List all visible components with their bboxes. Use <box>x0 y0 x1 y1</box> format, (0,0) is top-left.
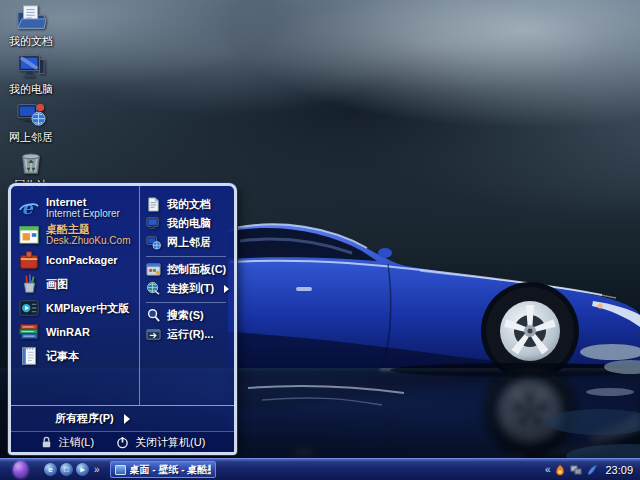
log-off-label: 注销(L) <box>59 435 94 450</box>
desktop-icon-label: 我的文档 <box>9 35 53 48</box>
menu-item-connect-to[interactable]: 连接到(T) <box>144 279 232 298</box>
start-menu-columns: e Internet Internet Explorer <box>11 186 234 405</box>
menu-item-subtitle: Internet Explorer <box>46 208 120 219</box>
menu-item-label: 控制面板(C) <box>167 262 226 277</box>
iconpackager-icon <box>18 249 40 271</box>
menu-item-title: Internet <box>46 197 120 208</box>
submenu-arrow-icon <box>224 285 229 293</box>
control-panel-icon <box>146 262 161 277</box>
all-programs-arrow-icon <box>124 414 130 424</box>
desktop-icon-network-places[interactable]: 网上邻居 <box>2 99 60 144</box>
start-button[interactable] <box>13 461 28 478</box>
window-icon <box>115 465 126 475</box>
kmplayer-icon <box>18 297 40 319</box>
network-tray-icon[interactable] <box>570 464 582 476</box>
menu-item-subtitle: Desk.ZhuoKu.Com <box>46 235 130 246</box>
menu-item-title: KMPlayer中文版 <box>46 301 129 316</box>
menu-separator <box>146 302 226 303</box>
power-icon <box>116 436 129 449</box>
taskbar: e □ ▸ » 桌面 - 壁纸 - 桌酷壁... « 23:09 <box>0 458 640 480</box>
run-icon <box>146 327 161 342</box>
notepad-icon <box>18 345 40 367</box>
zhuoku-theme-icon <box>18 224 40 246</box>
menu-item-my-documents[interactable]: 我的文档 <box>144 195 232 214</box>
media-player-icon[interactable]: ▸ <box>76 463 89 476</box>
my-documents-icon <box>16 3 46 33</box>
flame-tray-icon[interactable] <box>554 464 566 476</box>
menu-item-zhuoku-theme[interactable]: 桌酷主题 Desk.ZhuoKu.Com <box>17 221 136 248</box>
menu-item-notepad[interactable]: 记事本 <box>17 344 136 368</box>
shut-down-button[interactable]: 关闭计算机(U) <box>116 435 205 450</box>
menu-item-iconpackager[interactable]: IconPackager <box>17 248 136 272</box>
menu-item-title: 记事本 <box>46 349 79 364</box>
menu-item-title: 桌酷主题 <box>46 224 130 235</box>
start-menu: e Internet Internet Explorer <box>8 183 237 455</box>
menu-item-label: 连接到(T) <box>167 281 214 296</box>
paint-icon <box>18 273 40 295</box>
svg-text:e: e <box>22 197 34 217</box>
network-places-icon <box>146 235 161 250</box>
task-button-wallpaper-window[interactable]: 桌面 - 壁纸 - 桌酷壁... <box>110 461 216 478</box>
menu-separator <box>146 256 226 257</box>
my-computer-icon <box>16 51 46 81</box>
menu-item-title: IconPackager <box>46 254 118 266</box>
connect-to-icon <box>146 281 161 296</box>
menu-item-paint[interactable]: 画图 <box>17 272 136 296</box>
search-icon <box>146 308 161 323</box>
winrar-icon <box>18 321 40 343</box>
menu-item-label: 网上邻居 <box>167 235 211 250</box>
pen-tray-icon[interactable] <box>586 464 598 476</box>
log-off-button[interactable]: 注销(L) <box>40 435 94 450</box>
menu-item-label: 我的文档 <box>167 197 211 212</box>
menu-item-control-panel[interactable]: 控制面板(C) <box>144 260 232 279</box>
menu-item-label: 我的电脑 <box>167 216 211 231</box>
all-programs-label: 所有程序(P) <box>55 411 114 426</box>
network-places-icon <box>16 99 46 129</box>
lock-icon <box>40 436 53 449</box>
menu-item-winrar[interactable]: WinRAR <box>17 320 136 344</box>
menu-item-search[interactable]: 搜索(S) <box>144 306 232 325</box>
start-menu-places-column: 我的文档 我的电脑 <box>139 186 234 405</box>
show-desktop-icon[interactable]: □ <box>60 463 73 476</box>
desktop-icon-my-documents[interactable]: 我的文档 <box>2 3 60 48</box>
taskbar-clock[interactable]: 23:09 <box>605 464 633 476</box>
recycle-bin-icon <box>16 147 46 177</box>
menu-item-run[interactable]: 运行(R)... <box>144 325 232 344</box>
desktop-icon-my-computer[interactable]: 我的电脑 <box>2 51 60 96</box>
all-programs-button[interactable]: 所有程序(P) <box>11 405 234 431</box>
menu-item-label: 运行(R)... <box>167 327 213 342</box>
ie-quicklaunch-icon[interactable]: e <box>44 463 57 476</box>
tray-collapse-icon[interactable]: « <box>545 464 551 475</box>
menu-item-label: 搜索(S) <box>167 308 204 323</box>
my-documents-icon <box>146 197 161 212</box>
my-computer-icon <box>146 216 161 231</box>
menu-item-title: WinRAR <box>46 326 90 338</box>
system-tray: « 23:09 <box>545 464 640 476</box>
quick-launch-bar: e □ ▸ » <box>44 463 100 476</box>
menu-item-internet-explorer[interactable]: e Internet Internet Explorer <box>17 194 136 221</box>
start-menu-footer: 注销(L) 关闭计算机(U) <box>11 431 234 452</box>
shut-down-label: 关闭计算机(U) <box>135 435 205 450</box>
task-button-label: 桌面 - 壁纸 - 桌酷壁... <box>130 463 211 477</box>
quicklaunch-expand-icon[interactable]: » <box>94 464 100 475</box>
menu-item-kmplayer[interactable]: KMPlayer中文版 <box>17 296 136 320</box>
desktop-icon-label: 网上邻居 <box>9 131 53 144</box>
desktop-icon-label: 我的电脑 <box>9 83 53 96</box>
menu-item-title: 画图 <box>46 277 68 292</box>
start-menu-pinned-column: e Internet Internet Explorer <box>11 186 139 405</box>
desktop-icon-list: 我的文档 我的电脑 网上邻居 <box>2 3 60 195</box>
desktop-screen: 我的文档 我的电脑 网上邻居 <box>0 0 640 480</box>
menu-item-network-places[interactable]: 网上邻居 <box>144 233 232 252</box>
menu-item-my-computer[interactable]: 我的电脑 <box>144 214 232 233</box>
internet-explorer-icon: e <box>18 197 40 219</box>
